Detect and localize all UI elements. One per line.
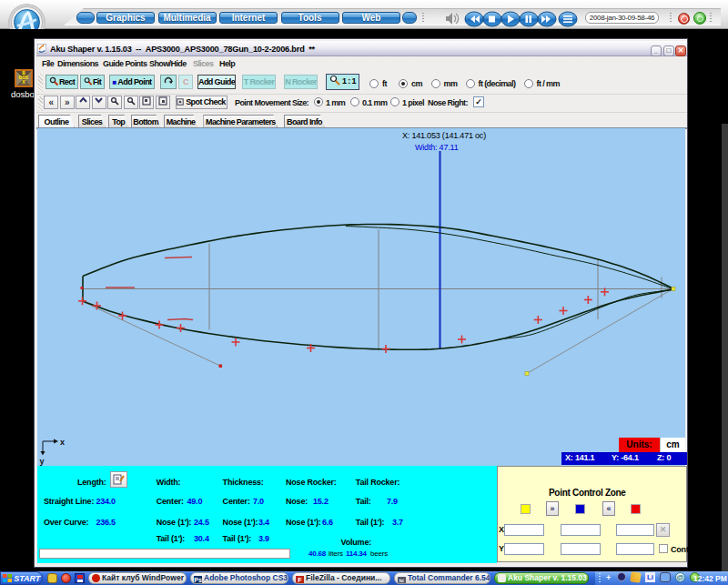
svg-text:x: x bbox=[60, 438, 65, 447]
svg-text:y: y bbox=[40, 457, 45, 466]
